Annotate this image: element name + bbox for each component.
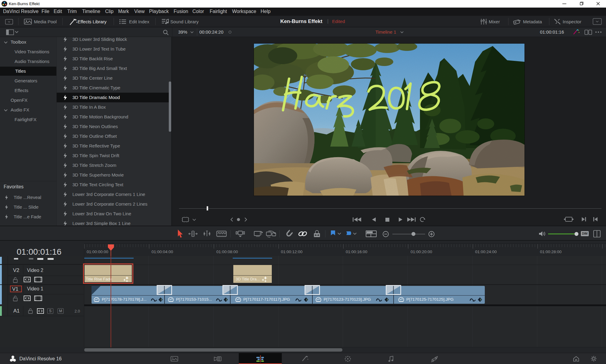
svg-text:01:00:24:00: 01:00:24:00 <box>475 250 497 254</box>
svg-text:01:00:16:00: 01:00:16:00 <box>346 250 367 254</box>
svg-text:01:00:12:00: 01:00:12:00 <box>281 250 302 254</box>
svg-text:01:00:28:00: 01:00:28:00 <box>540 250 561 254</box>
svg-text:01:00:00:00: 01:00:00:00 <box>87 250 108 254</box>
svg-text:01:00:04:00: 01:00:04:00 <box>152 250 173 254</box>
svg-text:01:00:08:00: 01:00:08:00 <box>216 250 238 254</box>
svg-text:01:00:20:00: 01:00:20:00 <box>411 250 432 254</box>
